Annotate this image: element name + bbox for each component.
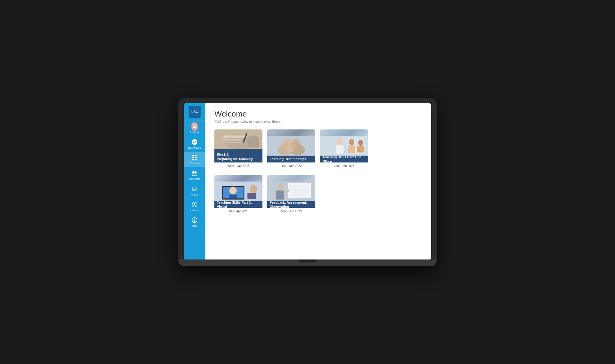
screen: UBC Account: [184, 103, 431, 259]
svg-rect-21: [223, 139, 241, 141]
block2-image: [267, 129, 315, 149]
history-icon: [191, 201, 198, 208]
sidebar-item-account[interactable]: Account: [184, 120, 205, 136]
account-icon: [191, 123, 198, 130]
blocks-grid: Block 1 Preparing for Teaching Sept - Oc…: [214, 129, 422, 213]
laptop-base: [178, 259, 437, 266]
block5-image: [267, 175, 315, 194]
block1-number: Block 1: [217, 153, 260, 156]
sidebar-item-courses[interactable]: Courses: [184, 152, 205, 167]
svg-text:?: ?: [193, 218, 195, 223]
block1-label: Block 1 Preparing for Teaching: [214, 149, 262, 162]
block-card-2[interactable]: Block 2 Learning Relationships Nov - Dec…: [267, 129, 315, 168]
main-content: Welcome Click the images below to access…: [205, 103, 431, 259]
sidebar-help-label: Help: [192, 224, 198, 227]
block5-image-container: Block 5 Feedback, Assessment, Observatio…: [267, 175, 315, 208]
sidebar-logo: UBC: [184, 103, 205, 120]
block1-image: [214, 129, 262, 149]
svg-point-0: [194, 125, 195, 126]
svg-rect-8: [192, 171, 197, 176]
calendar-icon: [191, 170, 198, 177]
page-subtitle: Click the images below to access each Bl…: [214, 120, 422, 123]
svg-rect-13: [195, 173, 196, 174]
svg-point-51: [277, 183, 284, 191]
sidebar-item-inbox[interactable]: Inbox: [184, 183, 205, 199]
block1-name: Preparing for Teaching: [217, 157, 260, 161]
block-card-1[interactable]: Block 1 Preparing for Teaching Sept - Oc…: [214, 129, 262, 168]
sidebar-history-label: History: [190, 209, 199, 212]
block2-date: Nov - Dec 2022: [267, 164, 315, 168]
svg-rect-44: [247, 193, 256, 199]
svg-rect-35: [348, 146, 355, 153]
svg-point-36: [358, 140, 363, 146]
sidebar: UBC Account: [184, 103, 205, 259]
laptop-frame: UBC Account: [178, 98, 437, 266]
ubc-logo: UBC: [189, 106, 201, 118]
svg-rect-5: [195, 157, 197, 158]
block-card-5[interactable]: Block 5 Feedback, Assessment, Observatio…: [267, 175, 315, 213]
inbox-icon: [191, 185, 198, 193]
svg-rect-6: [192, 159, 194, 160]
svg-point-28: [282, 138, 291, 149]
block4-image: [214, 175, 262, 194]
svg-rect-37: [357, 146, 364, 153]
svg-rect-20: [223, 135, 247, 138]
svg-rect-33: [336, 145, 344, 154]
sidebar-item-help[interactable]: ? Help: [184, 214, 205, 230]
svg-point-43: [250, 185, 257, 193]
svg-rect-22: [223, 142, 244, 143]
svg-point-41: [229, 187, 237, 195]
block3-image-container: Block 3 Teaching Skills Part 1: In Offic…: [320, 129, 368, 162]
courses-icon: [191, 154, 198, 161]
sidebar-calendar-label: Calendar: [189, 177, 200, 180]
block1-date: Sept - Oct 2022: [214, 164, 262, 168]
block3-date: Jan - Feb 2023: [320, 164, 368, 168]
sidebar-dashboard-label: Dashboard: [188, 146, 201, 149]
block4-date: Mar - Apr 2023: [214, 210, 262, 213]
dashboard-icon: [191, 138, 198, 146]
svg-rect-7: [195, 159, 197, 160]
sidebar-item-calendar[interactable]: Calendar: [184, 167, 205, 183]
block-card-4[interactable]: Block 4 Teaching Skills Part 2: Virtual …: [214, 175, 262, 213]
laptop-notch: [298, 259, 317, 262]
svg-rect-3: [195, 155, 197, 156]
sidebar-item-history[interactable]: History: [184, 199, 205, 214]
sidebar-item-dashboard[interactable]: Dashboard: [184, 136, 205, 152]
block4-image-container: Block 4 Teaching Skills Part 2: Virtual: [214, 175, 262, 208]
block5-date: May - Jun 2023: [267, 210, 315, 213]
block1-image-container: Block 1 Preparing for Teaching: [214, 129, 262, 162]
svg-rect-12: [193, 173, 194, 174]
block-card-3[interactable]: Block 3 Teaching Skills Part 1: In Offic…: [320, 129, 368, 168]
page-title: Welcome: [214, 109, 422, 119]
svg-rect-46: [288, 183, 311, 198]
sidebar-inbox-label: Inbox: [191, 193, 198, 196]
block3-image: [320, 129, 368, 149]
svg-point-29: [291, 139, 300, 151]
svg-point-34: [349, 139, 354, 146]
block2-image-container: Block 2 Learning Relationships: [267, 129, 315, 162]
svg-point-32: [337, 138, 343, 145]
svg-rect-42: [229, 195, 237, 199]
svg-rect-2: [192, 155, 194, 156]
sidebar-courses-label: Courses: [189, 162, 200, 165]
help-icon: ?: [191, 217, 198, 224]
svg-rect-4: [192, 157, 194, 158]
svg-rect-52: [276, 191, 284, 200]
avatar: [191, 122, 198, 131]
sidebar-account-label: Account: [190, 131, 200, 134]
